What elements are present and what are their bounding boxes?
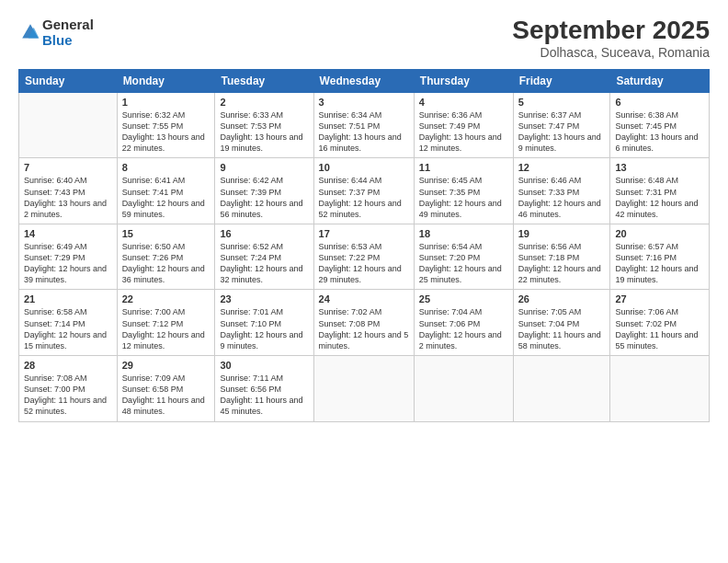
day-detail: Sunrise: 7:04 AM Sunset: 7:06 PM Dayligh…	[419, 306, 508, 351]
calendar-cell: 25 Sunrise: 7:04 AM Sunset: 7:06 PM Dayl…	[414, 290, 513, 356]
calendar-cell: 23 Sunrise: 7:01 AM Sunset: 7:10 PM Dayl…	[215, 290, 313, 356]
day-number: 5	[518, 97, 606, 108]
day-number: 14	[24, 228, 112, 239]
calendar-cell: 16 Sunrise: 6:52 AM Sunset: 7:24 PM Dayl…	[215, 224, 313, 290]
day-detail: Sunrise: 6:44 AM Sunset: 7:37 PM Dayligh…	[319, 175, 409, 220]
day-number: 16	[220, 228, 308, 239]
calendar-cell: 18 Sunrise: 6:54 AM Sunset: 7:20 PM Dayl…	[414, 224, 513, 290]
calendar-cell: 14 Sunrise: 6:49 AM Sunset: 7:29 PM Dayl…	[19, 224, 118, 290]
calendar-cell: 21 Sunrise: 6:58 AM Sunset: 7:14 PM Dayl…	[19, 290, 118, 356]
day-detail: Sunrise: 6:38 AM Sunset: 7:45 PM Dayligh…	[615, 109, 704, 155]
day-detail: Sunrise: 7:08 AM Sunset: 7:00 PM Dayligh…	[24, 373, 112, 418]
calendar-cell: 13 Sunrise: 6:48 AM Sunset: 7:31 PM Dayl…	[610, 158, 710, 224]
calendar-subtitle: Dolhasca, Suceava, Romania	[512, 45, 710, 60]
day-number: 20	[615, 228, 704, 239]
col-sunday: Sunday	[19, 69, 118, 92]
logo: General Blue	[18, 17, 94, 49]
day-number: 18	[419, 228, 508, 239]
calendar-cell: 1 Sunrise: 6:32 AM Sunset: 7:55 PM Dayli…	[117, 92, 215, 158]
header-row: Sunday Monday Tuesday Wednesday Thursday…	[19, 69, 710, 92]
day-number: 29	[122, 360, 210, 371]
calendar-cell: 15 Sunrise: 6:50 AM Sunset: 7:26 PM Dayl…	[117, 224, 215, 290]
col-wednesday: Wednesday	[313, 69, 414, 92]
calendar-cell: 10 Sunrise: 6:44 AM Sunset: 7:37 PM Dayl…	[313, 158, 414, 224]
calendar-cell: 17 Sunrise: 6:53 AM Sunset: 7:22 PM Dayl…	[313, 224, 414, 290]
logo-icon	[20, 22, 40, 42]
day-detail: Sunrise: 7:01 AM Sunset: 7:10 PM Dayligh…	[220, 306, 308, 351]
day-detail: Sunrise: 6:58 AM Sunset: 7:14 PM Dayligh…	[24, 306, 112, 351]
calendar-cell: 30 Sunrise: 7:11 AM Sunset: 6:56 PM Dayl…	[215, 356, 313, 422]
day-number: 2	[220, 97, 308, 108]
day-number: 12	[518, 162, 606, 173]
col-friday: Friday	[513, 69, 610, 92]
day-number: 24	[319, 293, 409, 304]
week-row-1: 1 Sunrise: 6:32 AM Sunset: 7:55 PM Dayli…	[19, 92, 710, 158]
day-number: 21	[24, 293, 112, 304]
day-detail: Sunrise: 6:42 AM Sunset: 7:39 PM Dayligh…	[220, 175, 308, 220]
day-number: 15	[122, 228, 210, 239]
day-number: 9	[220, 162, 308, 173]
day-number: 25	[419, 293, 508, 304]
calendar-cell: 27 Sunrise: 7:06 AM Sunset: 7:02 PM Dayl…	[610, 290, 710, 356]
day-detail: Sunrise: 6:48 AM Sunset: 7:31 PM Dayligh…	[615, 175, 704, 220]
calendar-cell: 5 Sunrise: 6:37 AM Sunset: 7:47 PM Dayli…	[513, 92, 610, 158]
day-detail: Sunrise: 6:32 AM Sunset: 7:55 PM Dayligh…	[122, 109, 210, 155]
day-detail: Sunrise: 6:54 AM Sunset: 7:20 PM Dayligh…	[419, 241, 508, 286]
day-number: 8	[122, 162, 210, 173]
day-detail: Sunrise: 7:06 AM Sunset: 7:02 PM Dayligh…	[615, 306, 704, 351]
day-detail: Sunrise: 6:56 AM Sunset: 7:18 PM Dayligh…	[518, 241, 606, 286]
calendar-cell: 3 Sunrise: 6:34 AM Sunset: 7:51 PM Dayli…	[313, 92, 414, 158]
calendar-cell	[19, 92, 118, 158]
calendar-cell: 20 Sunrise: 6:57 AM Sunset: 7:16 PM Dayl…	[610, 224, 710, 290]
calendar-cell: 24 Sunrise: 7:02 AM Sunset: 7:08 PM Dayl…	[313, 290, 414, 356]
day-detail: Sunrise: 6:40 AM Sunset: 7:43 PM Dayligh…	[24, 175, 112, 220]
calendar-cell: 12 Sunrise: 6:46 AM Sunset: 7:33 PM Dayl…	[513, 158, 610, 224]
day-number: 23	[220, 293, 308, 304]
day-detail: Sunrise: 6:52 AM Sunset: 7:24 PM Dayligh…	[220, 241, 308, 286]
calendar-cell: 2 Sunrise: 6:33 AM Sunset: 7:53 PM Dayli…	[215, 92, 313, 158]
day-number: 6	[615, 97, 704, 108]
title-area: September 2025 Dolhasca, Suceava, Romani…	[512, 17, 710, 60]
calendar-cell	[313, 356, 414, 422]
day-number: 7	[24, 162, 112, 173]
day-detail: Sunrise: 6:33 AM Sunset: 7:53 PM Dayligh…	[220, 109, 308, 155]
day-detail: Sunrise: 6:57 AM Sunset: 7:16 PM Dayligh…	[615, 241, 704, 286]
day-number: 19	[518, 228, 606, 239]
day-number: 11	[419, 162, 508, 173]
calendar-title: September 2025	[512, 17, 710, 45]
day-detail: Sunrise: 7:02 AM Sunset: 7:08 PM Dayligh…	[319, 306, 409, 351]
day-number: 26	[518, 293, 606, 304]
page: General Blue September 2025 Dolhasca, Su…	[0, 0, 728, 563]
calendar-cell	[610, 356, 710, 422]
col-tuesday: Tuesday	[215, 69, 313, 92]
calendar-cell	[414, 356, 513, 422]
day-number: 27	[615, 293, 704, 304]
day-number: 4	[419, 97, 508, 108]
day-detail: Sunrise: 6:45 AM Sunset: 7:35 PM Dayligh…	[419, 175, 508, 220]
day-detail: Sunrise: 6:50 AM Sunset: 7:26 PM Dayligh…	[122, 241, 210, 286]
calendar-cell: 4 Sunrise: 6:36 AM Sunset: 7:49 PM Dayli…	[414, 92, 513, 158]
day-detail: Sunrise: 7:00 AM Sunset: 7:12 PM Dayligh…	[122, 306, 210, 351]
week-row-5: 28 Sunrise: 7:08 AM Sunset: 7:00 PM Dayl…	[19, 356, 710, 422]
col-thursday: Thursday	[414, 69, 513, 92]
week-row-2: 7 Sunrise: 6:40 AM Sunset: 7:43 PM Dayli…	[19, 158, 710, 224]
calendar-table: Sunday Monday Tuesday Wednesday Thursday…	[18, 69, 710, 422]
calendar-cell: 11 Sunrise: 6:45 AM Sunset: 7:35 PM Dayl…	[414, 158, 513, 224]
calendar-cell: 28 Sunrise: 7:08 AM Sunset: 7:00 PM Dayl…	[19, 356, 118, 422]
day-number: 17	[319, 228, 409, 239]
day-number: 1	[122, 97, 210, 108]
col-monday: Monday	[117, 69, 215, 92]
day-detail: Sunrise: 6:41 AM Sunset: 7:41 PM Dayligh…	[122, 175, 210, 220]
week-row-3: 14 Sunrise: 6:49 AM Sunset: 7:29 PM Dayl…	[19, 224, 710, 290]
day-detail: Sunrise: 7:05 AM Sunset: 7:04 PM Dayligh…	[518, 306, 606, 351]
calendar-cell: 9 Sunrise: 6:42 AM Sunset: 7:39 PM Dayli…	[215, 158, 313, 224]
day-number: 10	[319, 162, 409, 173]
calendar-cell: 22 Sunrise: 7:00 AM Sunset: 7:12 PM Dayl…	[117, 290, 215, 356]
calendar-cell: 7 Sunrise: 6:40 AM Sunset: 7:43 PM Dayli…	[19, 158, 118, 224]
day-number: 13	[615, 162, 704, 173]
day-detail: Sunrise: 7:11 AM Sunset: 6:56 PM Dayligh…	[220, 373, 308, 418]
header: General Blue September 2025 Dolhasca, Su…	[18, 17, 710, 60]
day-number: 3	[319, 97, 409, 108]
logo-general: General	[42, 17, 94, 32]
calendar-cell: 29 Sunrise: 7:09 AM Sunset: 6:58 PM Dayl…	[117, 356, 215, 422]
